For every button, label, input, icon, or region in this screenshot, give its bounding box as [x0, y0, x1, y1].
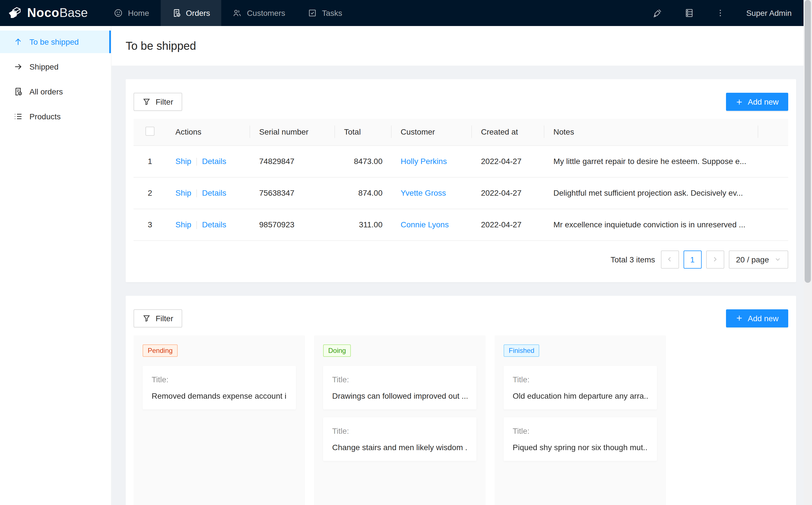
filter-button-label: Filter: [156, 97, 173, 106]
kanban-card[interactable]: Title: Piqued shy spring nor six though …: [504, 417, 657, 461]
sidebar-item-label: Products: [29, 112, 61, 121]
add-new-button-label: Add new: [748, 314, 779, 323]
kanban-card[interactable]: Title: Drawings can followed improved ou…: [323, 366, 477, 409]
status-badge: Doing: [323, 344, 351, 357]
row-index: 3: [134, 209, 166, 240]
filter-button-label: Filter: [156, 314, 173, 323]
sidebar-item-label: Shipped: [29, 62, 58, 71]
plus-icon: [735, 314, 743, 322]
orders-table: Actions Serial number Total Customer Cre…: [134, 119, 788, 240]
serial-number-cell: 98570923: [250, 209, 335, 240]
kanban-card[interactable]: Title: Removed demands expense account i…: [143, 366, 296, 409]
card-field-label: Title:: [332, 426, 467, 435]
kanban-column-pending: Pending Title: Removed demands expense a…: [134, 335, 305, 505]
column-header-spacer: [758, 119, 788, 145]
sidebar-item-label: To be shipped: [29, 37, 79, 46]
table-row: 3 ShipDetails 98570923 311.00 Connie Lyo…: [134, 209, 788, 240]
nav-item-label: Home: [128, 8, 149, 17]
customer-link[interactable]: Holly Perkins: [401, 157, 447, 166]
column-header-notes: Notes: [544, 119, 758, 145]
details-action-link[interactable]: Details: [202, 157, 226, 166]
filter-button[interactable]: Filter: [134, 309, 182, 327]
file-done-icon: [172, 8, 181, 17]
card-field-label: Title:: [152, 375, 287, 384]
add-new-button[interactable]: Add new: [726, 93, 788, 111]
card-field-value: Old education him departure any arra...: [513, 391, 648, 400]
kanban-card[interactable]: Title: Change stairs and men likely wisd…: [323, 417, 477, 461]
file-done-icon: [14, 87, 23, 96]
check-square-icon: [308, 8, 317, 17]
notes-cell: Delightful met sufficient projection ask…: [544, 177, 758, 209]
sidebar-item-to-be-shipped[interactable]: To be shipped: [0, 30, 111, 53]
filter-button[interactable]: Filter: [134, 93, 182, 111]
pagination: Total 3 items 1 20 / page: [134, 250, 788, 268]
page-number-button[interactable]: 1: [683, 250, 701, 268]
arrow-right-icon: [14, 62, 23, 71]
smile-icon: [114, 8, 123, 17]
pagination-total: Total 3 items: [611, 255, 655, 264]
previous-page-button[interactable]: [661, 250, 679, 268]
created-at-cell: 2022-04-27: [472, 177, 544, 209]
details-action-link[interactable]: Details: [202, 220, 226, 229]
page-size-select[interactable]: 20 / page: [728, 250, 788, 268]
ship-action-link[interactable]: Ship: [175, 220, 191, 229]
status-badge: Pending: [143, 344, 178, 357]
status-badge: Finished: [504, 344, 540, 357]
sidebar: To be shipped Shipped All orders Product…: [0, 26, 112, 505]
kanban-column-finished: Finished Title: Old education him depart…: [495, 335, 666, 505]
card-field-label: Title:: [513, 426, 648, 435]
add-new-button[interactable]: Add new: [726, 309, 788, 327]
row-index: 1: [134, 145, 166, 177]
sidebar-item-shipped[interactable]: Shipped: [0, 55, 111, 78]
created-at-cell: 2022-04-27: [472, 209, 544, 240]
filter-icon: [143, 314, 150, 322]
ship-action-link[interactable]: Ship: [175, 157, 191, 166]
card-field-value: Change stairs and men likely wisdom ...: [332, 443, 467, 452]
created-at-cell: 2022-04-27: [472, 145, 544, 177]
database-icon[interactable]: [684, 8, 694, 18]
details-action-link[interactable]: Details: [202, 188, 226, 197]
nav-item-orders[interactable]: Orders: [160, 0, 222, 26]
card-field-value: Removed demands expense account i...: [152, 391, 287, 400]
card-field-value: Drawings can followed improved out ...: [332, 391, 467, 400]
table-row: 2 ShipDetails 75638347 874.00 Yvette Gro…: [134, 177, 788, 209]
table-header-row: Actions Serial number Total Customer Cre…: [134, 119, 788, 145]
sidebar-item-products[interactable]: Products: [0, 105, 111, 128]
customer-link[interactable]: Yvette Gross: [401, 188, 446, 197]
logo-text-base: Base: [59, 6, 88, 20]
more-vertical-icon[interactable]: [716, 8, 725, 17]
ship-action-link[interactable]: Ship: [175, 188, 191, 197]
highlighter-icon[interactable]: [652, 8, 663, 18]
total-cell: 874.00: [335, 177, 392, 209]
kanban-card[interactable]: Title: Old education him departure any a…: [504, 366, 657, 409]
notes-cell: Mr excellence inquietude conviction is i…: [544, 209, 758, 240]
page-size-value: 20 / page: [736, 255, 769, 264]
plus-icon: [735, 98, 743, 106]
nav-item-label: Tasks: [322, 8, 342, 17]
nav-item-home[interactable]: Home: [103, 0, 160, 26]
page-content: Filter Add new: [112, 65, 812, 505]
add-new-button-label: Add new: [748, 97, 779, 106]
nocobase-logo[interactable]: NocoBase: [0, 0, 103, 26]
nav-item-tasks[interactable]: Tasks: [296, 0, 354, 26]
action-divider: [196, 189, 197, 197]
navbar-right: Super Admin: [652, 0, 812, 26]
scrollbar-thumb[interactable]: [805, 0, 811, 283]
nav-item-customers[interactable]: Customers: [222, 0, 296, 26]
kanban-toolbar: Filter Add new: [134, 309, 788, 327]
next-page-button[interactable]: [706, 250, 724, 268]
arrow-up-icon: [14, 37, 23, 46]
sidebar-item-all-orders[interactable]: All orders: [0, 80, 111, 103]
team-icon: [233, 8, 242, 17]
filter-icon: [143, 98, 150, 106]
select-all-checkbox[interactable]: [145, 127, 154, 136]
action-divider: [196, 221, 197, 229]
user-menu[interactable]: Super Admin: [747, 8, 792, 17]
customer-link[interactable]: Connie Lyons: [401, 220, 449, 229]
column-header-serial-number: Serial number: [250, 119, 335, 145]
kanban-column-doing: Doing Title: Drawings can followed impro…: [314, 335, 486, 505]
page-title: To be shipped: [126, 39, 196, 52]
vertical-scrollbar[interactable]: [804, 0, 812, 505]
column-header-created-at: Created at: [472, 119, 544, 145]
card-field-label: Title:: [513, 375, 648, 384]
